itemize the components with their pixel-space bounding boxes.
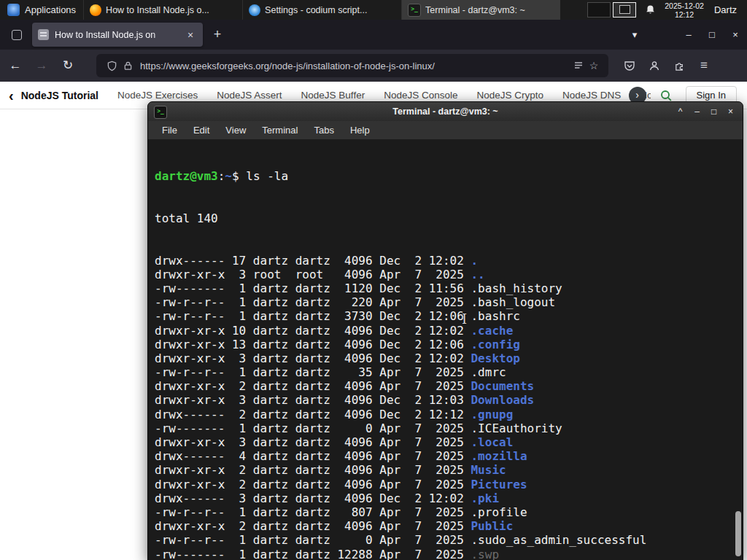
ls-row: drwxr-xr-x 3 dartz dartz 4096 Dec 2 12:0… [155,393,743,407]
ls-row: drwx------ 3 dartz dartz 4096 Dec 2 12:0… [155,491,743,505]
browser-tab-bar: How to Install Node.js on × + ▾ – □ × [0,20,747,50]
ls-row: drwxr-xr-x 2 dartz dartz 4096 Apr 7 2025… [155,463,743,477]
ls-row: drwx------ 17 dartz dartz 4096 Dec 2 12:… [155,254,743,268]
pocket-icon[interactable] [620,56,639,75]
ls-row: -rw------- 1 dartz dartz 12288 Apr 7 202… [155,548,743,560]
workspace-1[interactable] [587,2,611,18]
workspace-window-thumb [619,5,630,14]
browser-nav-toolbar: ← → ↻ https://www.geeksforgeeks.org/node… [0,50,747,82]
ls-row: -rw-r--r-- 1 dartz dartz 3730 Dec 2 12:0… [155,309,743,323]
ls-row: -rw-r--r-- 1 dartz dartz 220 Apr 7 2025 … [155,295,743,309]
ls-row: drwxr-xr-x 10 dartz dartz 4096 Dec 2 12:… [155,324,743,338]
menu-tabs[interactable]: Tabs [306,121,341,139]
ls-row: drwxr-xr-x 3 dartz dartz 4096 Apr 7 2025… [155,435,743,449]
clock[interactable]: 2025-12-02 12:12 [665,1,704,19]
firefox-icon [90,4,101,16]
new-tab-button[interactable]: + [207,25,228,45]
terminal-titlebar[interactable]: >_ Terminal - dartz@vm3: ~ ^ – □ × [148,102,743,121]
notification-bell-icon[interactable] [645,4,656,15]
nav-link-nodejs-buffer[interactable]: NodeJS Buffer [301,90,365,101]
nav-prev-chevron-icon[interactable]: ‹ [9,88,14,103]
taskbar-item-settings[interactable]: Settings - codium script... [242,0,401,20]
ls-listing: drwx------ 17 dartz dartz 4096 Dec 2 12:… [155,254,743,560]
workspace-switcher[interactable] [587,2,636,18]
account-icon[interactable] [645,56,664,75]
list-tabs-icon[interactable]: ▾ [623,24,646,46]
user-label: Dartz [713,4,741,15]
applications-menu[interactable]: Applications [0,0,83,20]
window-maximize-button[interactable]: □ [700,24,724,46]
reader-mode-icon[interactable] [570,58,587,73]
nav-link-nodejs-exercises[interactable]: NodeJS Exercises [117,90,198,101]
ls-row: -rw-r--r-- 1 dartz dartz 807 Apr 7 2025 … [155,505,743,519]
prompt-path: ~ [225,169,232,183]
lock-icon[interactable] [120,58,136,73]
total-line: total 140 [155,211,743,225]
terminal-title: Terminal - dartz@vm3: ~ [148,106,743,117]
terminal-shade-button[interactable]: ^ [672,102,689,121]
desktop: Applications How to Install Node.js o...… [0,0,747,560]
terminal-icon: >_ [408,4,421,17]
workspace-2[interactable] [613,2,636,18]
tab-close-icon[interactable]: × [184,29,197,41]
toolbar-right-icons: ≡ [620,56,713,75]
ls-row: drwx------ 4 dartz dartz 4096 Apr 7 2025… [155,449,743,463]
terminal-maximize-button[interactable]: □ [705,102,722,121]
terminal-minimize-button[interactable]: – [689,102,705,121]
nav-link-nodejs-tutorial[interactable]: NodeJS Tutorial [21,90,98,101]
menu-hamburger-icon[interactable]: ≡ [694,56,713,75]
terminal-window-icon: >_ [154,106,167,119]
browser-tab[interactable]: How to Install Node.js on × [32,23,203,47]
shield-icon[interactable] [104,58,120,73]
ls-row: drwxr-xr-x 2 dartz dartz 4096 Apr 7 2025… [155,379,743,393]
back-button[interactable]: ← [4,55,26,77]
site-nav-items: NodeJS Tutorial NodeJS Exercises NodeJS … [21,90,651,101]
taskbar-item-firefox[interactable]: How to Install Node.js o... [83,0,242,20]
extensions-icon[interactable] [670,56,689,75]
menu-view[interactable]: View [217,121,254,139]
window-minimize-button[interactable]: – [677,24,700,46]
ls-row: drwx------ 2 dartz dartz 4096 Dec 2 12:1… [155,408,743,421]
prompt-user-host: dartz@vm3 [155,169,218,183]
url-bar[interactable]: https://www.geeksforgeeks.org/node-js/in… [96,54,608,77]
nav-link-nodejs-console[interactable]: NodeJS Console [384,90,457,101]
ls-row: -rw-r--r-- 1 dartz dartz 0 Apr 7 2025 .s… [155,533,743,547]
menu-terminal[interactable]: Terminal [254,121,306,139]
settings-icon [249,4,260,16]
forward-button[interactable]: → [31,55,53,77]
panel-right-area: 2025-12-02 12:12 Dartz [587,0,747,20]
top-panel: Applications How to Install Node.js o...… [0,0,747,20]
menu-file[interactable]: File [154,121,185,139]
firefox-view-icon[interactable] [7,26,26,44]
reload-button[interactable]: ↻ [57,55,79,77]
bookmark-star-icon[interactable]: ☆ [587,60,601,71]
taskbar-item-terminal[interactable]: >_ Terminal - dartz@vm3: ~ [401,0,560,20]
terminal-window-controls: ^ – □ × [672,102,739,121]
menu-edit[interactable]: Edit [185,121,217,139]
ls-row: drwxr-xr-x 13 dartz dartz 4096 Dec 2 12:… [155,338,743,351]
terminal-scrollbar-thumb[interactable] [735,511,741,556]
clock-time: 12:12 [665,10,704,19]
nav-link-nodejs-dns[interactable]: NodeJS DNS [562,90,621,101]
tab-title: How to Install Node.js on [55,30,178,40]
ls-row: -rw------- 1 dartz dartz 0 Apr 7 2025 .I… [155,421,743,435]
terminal-output[interactable]: dartz@vm3:~$ ls -la total 140 drwx------… [148,139,743,560]
search-icon[interactable] [659,89,673,102]
applications-label: Applications [25,4,76,15]
terminal-close-button[interactable]: × [722,102,739,121]
ls-row: drwxr-xr-x 3 dartz dartz 4096 Dec 2 12:0… [155,351,743,365]
url-text: https://www.geeksforgeeks.org/node-js/in… [140,61,570,71]
nav-link-nodejs-assert[interactable]: NodeJS Assert [217,90,282,101]
clock-date: 2025-12-02 [665,1,704,10]
terminal-menubar: File Edit View Terminal Tabs Help [148,121,743,140]
menu-help[interactable]: Help [342,121,378,139]
terminal-window: >_ Terminal - dartz@vm3: ~ ^ – □ × File … [147,101,743,560]
window-close-button[interactable]: × [724,24,747,46]
page-favicon [38,29,49,40]
command-text: ls -la [246,169,288,183]
ls-row: -rw------- 1 dartz dartz 1120 Dec 2 11:5… [155,281,743,295]
ls-row: drwxr-xr-x 3 root root 4096 Apr 7 2025 .… [155,268,743,281]
applications-icon [7,4,20,16]
ls-row: drwxr-xr-x 2 dartz dartz 4096 Apr 7 2025… [155,519,743,533]
nav-link-nodejs-crypto[interactable]: NodeJS Crypto [476,90,543,101]
